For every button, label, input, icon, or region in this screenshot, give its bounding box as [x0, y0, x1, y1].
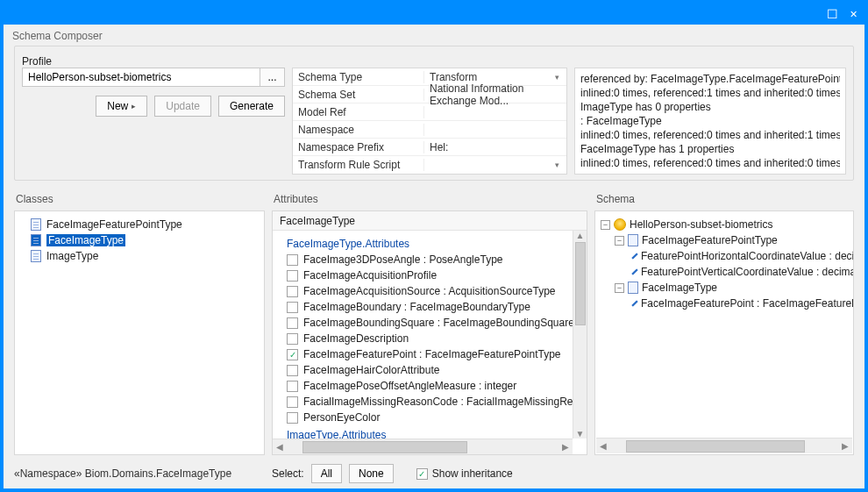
property-icon [631, 300, 637, 306]
attr-item[interactable]: FaceImageAcquisitionSource : Acquisition… [278, 283, 587, 299]
kv-namespace-prefix[interactable]: Namespace Prefix Hel: [293, 139, 566, 156]
horizontal-scrollbar[interactable]: ◀ ▶ [596, 438, 852, 453]
checkbox[interactable] [287, 381, 298, 392]
attr-item[interactable]: PersonEyeColor [278, 410, 587, 425]
attributes-scroll[interactable]: FaceImageType.Attributes FaceImage3DPose… [273, 231, 587, 439]
select-none-button[interactable]: None [349, 464, 394, 483]
maximize-button[interactable]: ☐ [824, 7, 840, 21]
property-icon [631, 253, 637, 259]
checkbox[interactable] [287, 365, 298, 376]
scroll-up-icon[interactable]: ▲ [573, 231, 587, 240]
checkbox[interactable] [287, 412, 298, 424]
collapse-icon[interactable]: − [615, 236, 624, 246]
profile-group: Profile ... New ▸ Update Generate [14, 46, 854, 181]
checkbox[interactable] [287, 396, 298, 408]
class-icon [31, 250, 41, 262]
type-icon [628, 282, 638, 294]
attr-item[interactable]: FaceImageHairColorAttribute [278, 362, 587, 378]
scroll-thumb[interactable] [575, 242, 586, 325]
profile-browse-button[interactable]: ... [260, 68, 285, 87]
attr-group-faceimagetype: FaceImageType.Attributes [278, 234, 587, 252]
profile-info-panel: referenced by: FaceImageType.FaceImageFe… [574, 68, 846, 175]
attr-item[interactable]: FaceImageBoundary : FaceImageBoundaryTyp… [278, 299, 587, 315]
classes-list[interactable]: FaceImageFeaturePointType FaceImageType … [14, 210, 265, 455]
tree-property-node[interactable]: FaceImageFeaturePoint : FaceImageFeature… [601, 296, 850, 311]
attributes-header: FaceImageType [273, 211, 587, 231]
schema-icon [614, 218, 626, 231]
attr-item[interactable]: FaceImageDescription [278, 331, 587, 346]
attr-item[interactable]: FaceImageAcquisitionProfile [278, 267, 587, 283]
dropdown-icon[interactable]: ▾ [551, 160, 563, 169]
select-label: Select: [272, 467, 304, 480]
attributes-panel: Attributes FaceImageType FaceImageType.A… [272, 188, 587, 455]
scroll-left-icon[interactable]: ◀ [273, 442, 287, 452]
tree-property-node[interactable]: FeaturePointHorizontalCoordinateValue : … [601, 248, 850, 264]
class-icon [31, 234, 41, 246]
attr-item[interactable]: ✓FaceImageFeaturePoint : FaceImageFeatur… [278, 346, 587, 362]
attr-item[interactable]: FacialImageMissingReasonCode : FacialIma… [278, 394, 587, 410]
scroll-thumb[interactable] [302, 441, 467, 453]
scroll-thumb[interactable] [626, 440, 805, 453]
kv-namespace[interactable]: Namespace [293, 121, 566, 139]
checkbox[interactable] [287, 317, 298, 329]
checkbox[interactable] [287, 286, 298, 297]
checkbox[interactable]: ✓ [287, 349, 298, 360]
chevron-right-icon: ▸ [132, 102, 136, 111]
generate-button[interactable]: Generate [218, 96, 285, 117]
class-item[interactable]: FaceImageFeaturePointType [18, 217, 260, 232]
scroll-right-icon[interactable]: ▶ [559, 442, 573, 452]
collapse-icon[interactable]: − [615, 283, 624, 293]
panels: Classes FaceImageFeaturePointType FaceIm… [14, 188, 854, 455]
attr-item[interactable]: FaceImageBoundingSquare : FaceImageBound… [278, 315, 587, 331]
class-icon [31, 218, 41, 231]
horizontal-scrollbar[interactable]: ◀ ▶ [273, 439, 573, 454]
attr-group-imagetype: ImageType.Attributes [278, 425, 587, 439]
show-inheritance-checkbox[interactable]: ✓ Show inheritance [416, 467, 513, 480]
type-icon [628, 234, 638, 246]
checkbox[interactable] [287, 302, 298, 313]
close-button[interactable]: ✕ [845, 7, 861, 21]
app-title: Schema Composer [4, 25, 864, 44]
attributes-list: FaceImageType FaceImageType.Attributes F… [272, 210, 587, 455]
property-icon [631, 268, 637, 275]
footer: «Namespace» Biom.Domains.FaceImageType S… [14, 464, 854, 483]
attr-item[interactable]: FaceImagePoseOffsetAngleMeasure : intege… [278, 378, 587, 394]
checkbox[interactable] [287, 254, 298, 266]
kv-transform-rule-script[interactable]: Transform Rule Script ▾ [293, 156, 566, 174]
tree-type-node[interactable]: − FaceImageFeaturePointType [601, 232, 850, 248]
class-item[interactable]: ImageType [18, 248, 260, 264]
schema-properties-grid: Schema Type Transform▾ Schema Set Nation… [292, 68, 567, 175]
profile-legend: Profile [22, 55, 52, 68]
tree-root[interactable]: − HelloPerson-subset-biometrics [601, 217, 850, 232]
dropdown-icon[interactable]: ▾ [551, 73, 563, 82]
classes-panel: Classes FaceImageFeaturePointType FaceIm… [14, 188, 265, 455]
class-item[interactable]: FaceImageType [18, 232, 260, 248]
select-all-button[interactable]: All [311, 464, 342, 483]
profile-name-input[interactable] [22, 68, 260, 87]
titlebar: ☐ ✕ [4, 4, 864, 25]
window: ☐ ✕ Schema Composer Profile ... New ▸ Up… [3, 3, 865, 489]
tree-property-node[interactable]: FeaturePointVerticalCoordinateValue : de… [601, 264, 850, 280]
checkbox[interactable] [287, 270, 298, 282]
kv-schema-set[interactable]: Schema Set National Information Exchange… [293, 86, 566, 103]
new-button[interactable]: New ▸ [96, 96, 147, 117]
update-button[interactable]: Update [154, 96, 211, 117]
scroll-right-icon[interactable]: ▶ [838, 441, 852, 451]
kv-model-ref[interactable]: Model Ref [293, 103, 566, 121]
schema-panel: Schema − HelloPerson-subset-biometrics −… [594, 188, 854, 455]
profile-left: ... New ▸ Update Generate [22, 68, 285, 175]
checkbox[interactable] [287, 333, 298, 345]
schema-tree[interactable]: − HelloPerson-subset-biometrics − FaceIm… [594, 210, 854, 455]
namespace-label: «Namespace» Biom.Domains.FaceImageType [14, 467, 272, 480]
checkbox[interactable]: ✓ [416, 468, 428, 480]
scroll-down-icon[interactable]: ▼ [573, 429, 587, 439]
vertical-scrollbar[interactable]: ▲ ▼ [573, 231, 587, 439]
collapse-icon[interactable]: − [601, 220, 610, 230]
scroll-left-icon[interactable]: ◀ [596, 441, 610, 451]
tree-type-node[interactable]: − FaceImageType [601, 280, 850, 296]
attr-item[interactable]: FaceImage3DPoseAngle : PoseAngleType [278, 252, 587, 267]
